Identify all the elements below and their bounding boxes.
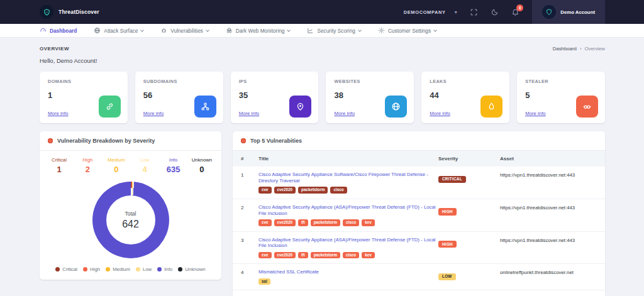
top-vulnerabilities-panel: Top 5 Vulnerabities # Title Severity Ass… <box>233 131 605 296</box>
stat-label: STEALER <box>525 79 597 84</box>
table-row: 4 Mismatched SSL Certificate ssl LOW onl… <box>233 264 605 290</box>
legend-item-high[interactable]: High <box>83 266 100 272</box>
stat-label: WEBSITES <box>334 79 406 84</box>
sitemap-icon[interactable] <box>194 96 216 118</box>
map-pin-icon[interactable] <box>289 96 311 118</box>
asset-text: https://vpn1.threatdiscover.net:443 <box>500 204 597 211</box>
user-menu[interactable]: Demo Account <box>532 0 605 24</box>
mask-icon[interactable] <box>576 96 598 118</box>
tag-badge: cve2020 <box>274 219 296 226</box>
nav-label: Dashboard <box>50 28 77 34</box>
avatar <box>542 5 556 19</box>
brand-name: ThreatDiscover <box>58 9 99 15</box>
legend-item-info[interactable]: Info <box>157 266 172 272</box>
legend-dot-icon <box>178 267 182 271</box>
legend-dot-icon <box>157 267 162 271</box>
tag-list: cve cve2020 packetstorm cisco <box>258 187 436 193</box>
nav-label: Dark Web Monitoring <box>236 28 285 34</box>
vulnerability-link[interactable]: Cisco Adaptive Security Appliance Softwa… <box>258 172 436 184</box>
tag-list: cve cve2020 lfi packetstorm cisco kev <box>258 219 436 226</box>
panel-title: Top 5 Vulnerabities <box>250 138 302 144</box>
stat-card-websites: WEBSITES 38 More info <box>326 72 414 123</box>
nav-label: Attack Surface <box>104 28 138 34</box>
globe-icon[interactable] <box>385 96 407 118</box>
nav-item-dashboard[interactable]: Dashboard <box>40 27 77 34</box>
speedometer-icon <box>40 27 47 34</box>
table-row: 1 Cisco Adaptive Security Appliance Soft… <box>233 167 605 199</box>
more-info-link[interactable]: More info <box>430 111 450 116</box>
nav-item-attack-surface[interactable]: Attack Surface <box>94 27 143 34</box>
tag-badge: cisco <box>343 219 359 226</box>
more-info-link[interactable]: More info <box>48 111 69 116</box>
fullscreen-icon <box>470 8 478 16</box>
vulnerability-link[interactable]: Cisco Adaptive Security Appliance (ASA)/… <box>258 237 436 249</box>
dark-mode-toggle[interactable] <box>491 8 499 16</box>
nav-item-dark-web-monitoring[interactable]: Dark Web Monitoring <box>226 27 291 34</box>
tag-badge: kev <box>362 252 375 258</box>
breadcrumb-separator-icon: › <box>580 46 582 52</box>
table-row: 2 Cisco Adaptive Security Appliance (ASA… <box>233 199 605 232</box>
user-name: Demo Account <box>560 9 595 15</box>
legend-dot-icon <box>136 267 140 271</box>
tag-list: ssl <box>258 278 436 285</box>
moon-icon <box>491 8 499 16</box>
tag-badge: cisco <box>343 252 359 258</box>
main-content: OVERVIEW Dashboard › Overview Hello, Dem… <box>0 38 644 296</box>
chart-legend: Critical High Medium Low Info Unknown <box>40 258 221 280</box>
tag-badge: kev <box>362 219 375 226</box>
nav-item-vulnerabilities[interactable]: Vulnerabilities <box>160 27 208 34</box>
stat-cards: DOMAINS 1 More info SUBDOMAINS 56 More i… <box>40 72 605 123</box>
stat-label: LEAKS <box>430 79 501 84</box>
vulnerability-link[interactable]: Mismatched SSL Certificate <box>258 269 436 275</box>
company-selector[interactable]: DEMOCOMPANY ▾ <box>404 9 458 15</box>
more-info-link[interactable]: More info <box>525 111 546 116</box>
breadcrumb-current: Overview <box>585 46 606 52</box>
severity-stat-low: Low 4 <box>134 157 155 174</box>
more-info-link[interactable]: More info <box>143 111 164 116</box>
legend-item-low[interactable]: Low <box>136 266 152 272</box>
nav-item-security-scoring[interactable]: Security Scoring <box>307 27 360 34</box>
main-nav: Dashboard Attack Surface Vulnerabilities… <box>0 24 644 38</box>
globe-icon <box>94 27 101 34</box>
legend-item-critical[interactable]: Critical <box>55 266 77 272</box>
legend-dot-icon <box>106 267 110 271</box>
chart-line-icon <box>307 27 314 34</box>
severity-donut-chart[interactable]: Total 642 <box>92 182 169 258</box>
topbar: ThreatDiscover DEMOCOMPANY ▾ <box>0 0 644 24</box>
severity-badge: HIGH <box>438 241 457 248</box>
row-number: 2 <box>241 204 256 211</box>
more-info-link[interactable]: More info <box>334 111 355 116</box>
stat-card-subdomains: SUBDOMAINS 56 More info <box>135 72 223 123</box>
legend-item-medium[interactable]: Medium <box>106 266 130 272</box>
brand[interactable]: ThreatDiscover <box>40 5 99 19</box>
row-number: 3 <box>241 237 256 243</box>
col-title: Title <box>258 156 436 162</box>
table-header: # Title Severity Asset <box>233 151 605 167</box>
breadcrumb: Dashboard › Overview <box>553 46 605 52</box>
breadcrumb-parent[interactable]: Dashboard <box>553 46 577 52</box>
severity-stat-medium: Medium 0 <box>106 157 127 174</box>
chevron-down-icon <box>287 28 291 32</box>
notifications-button[interactable]: 0 <box>511 8 519 16</box>
fullscreen-button[interactable] <box>470 8 478 16</box>
tag-badge: cisco <box>330 187 347 193</box>
legend-item-unknown[interactable]: Unknown <box>178 266 206 272</box>
panel-dot-icon <box>241 138 246 143</box>
stat-label: IPS <box>239 79 311 84</box>
vulnerability-link[interactable]: Cisco Adaptive Security Appliance (ASA)/… <box>258 204 436 216</box>
stat-card-stealer: STEALER 5 More info <box>517 72 605 123</box>
stat-label: DOMAINS <box>48 79 119 84</box>
stat-card-leaks: LEAKS 44 More info <box>421 72 509 123</box>
nav-item-customer-settings[interactable]: Customer Settings <box>378 27 436 34</box>
droplet-icon[interactable] <box>480 96 502 118</box>
gear-icon <box>378 27 385 34</box>
severity-stat-high: High 2 <box>77 157 98 174</box>
nav-label: Customer Settings <box>388 28 431 34</box>
severity-breakdown-panel: Vulnerability Breakdown by Severity Crit… <box>40 131 221 280</box>
stat-card-domains: DOMAINS 1 More info <box>40 72 128 123</box>
bug-icon <box>160 27 167 34</box>
tag-badge: packetstorm <box>298 187 328 193</box>
more-info-link[interactable]: More info <box>239 111 260 116</box>
link-icon[interactable] <box>99 96 121 118</box>
tag-badge: cve <box>258 187 272 193</box>
